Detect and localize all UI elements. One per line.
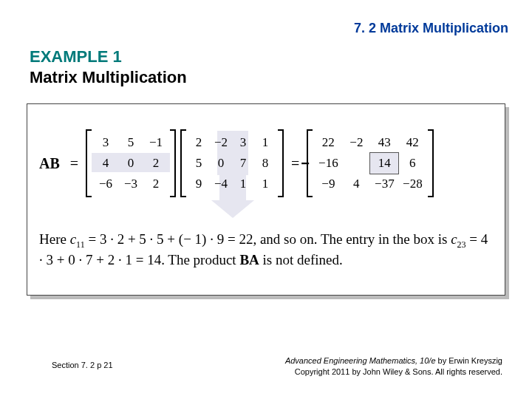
cell: 1: [254, 174, 276, 194]
equals-sign-2: =: [291, 155, 299, 172]
matrix-a: 3 5 −1 4 0 2 −6 −3 2: [86, 129, 176, 197]
sub: 11: [76, 239, 85, 250]
cell: 4: [93, 153, 118, 174]
cell: 5: [188, 153, 210, 174]
cell: 0: [118, 153, 143, 174]
ba-label: BA: [239, 252, 259, 267]
cell: 1: [232, 174, 254, 194]
cell: 3: [93, 132, 118, 153]
txt: Here: [39, 231, 70, 247]
cell: 9: [188, 174, 210, 194]
sub: 23: [457, 239, 466, 250]
content-box: AB = 3 5 −1 4 0 2 −6 −3 2: [27, 103, 505, 296]
cell: 0: [210, 153, 232, 174]
cell: 4: [342, 174, 370, 194]
matrix-b: 2 −2 3 1 5 0 7 8 9 −4 1 1: [180, 129, 284, 197]
cell: 3: [232, 132, 254, 153]
section-header: 7. 2 Matrix Multiplication: [354, 21, 508, 36]
footer-attribution: Advanced Engineering Mathematics, 10/e b…: [222, 355, 502, 377]
cell: 6: [398, 153, 426, 174]
txt: is not defined.: [259, 252, 343, 267]
cell: −9: [314, 174, 342, 194]
cell: −2: [342, 132, 370, 153]
cell: −37: [370, 174, 398, 194]
cell: [342, 153, 370, 174]
cell-val: −16: [318, 156, 338, 170]
copyright: Copyright 2011 by John Wiley & Sons. All…: [295, 367, 502, 376]
explanation-text: Here c11 = 3 · 2 + 5 · 5 + (− 1) · 9 = 2…: [39, 230, 493, 270]
neg-overlay: −: [301, 153, 310, 174]
cell: −3: [118, 174, 143, 194]
book-title: Advanced Engineering Mathematics, 10/e: [285, 356, 436, 365]
cell: 43: [370, 132, 398, 153]
cell: 2: [143, 153, 168, 174]
cell: −2: [210, 132, 232, 153]
matrix-equation: AB = 3 5 −1 4 0 2 −6 −3 2: [39, 129, 434, 197]
cell: −6: [93, 174, 118, 194]
cell: 42: [398, 132, 426, 153]
cell: 22: [314, 132, 342, 153]
txt: = 3 · 2 + 5 · 5 + (− 1) · 9 = 22, and so…: [85, 231, 451, 247]
footer-section-page: Section 7. 2 p 21: [52, 361, 113, 369]
cell: −28: [398, 174, 426, 194]
cell: 2: [188, 132, 210, 153]
cell: 1: [254, 132, 276, 153]
cell: 7: [232, 153, 254, 174]
cell: 5: [118, 132, 143, 153]
cell: −1: [143, 132, 168, 153]
var-c: c: [451, 231, 457, 247]
cell: 8: [254, 153, 276, 174]
example-label: EXAMPLE 1: [30, 47, 122, 66]
book-author: by Erwin Kreyszig: [436, 356, 502, 365]
var-c: c: [70, 231, 76, 247]
cell: 2: [143, 174, 168, 194]
example-title: Matrix Multiplication: [30, 68, 187, 87]
matrix-c: 22 −2 43 42 − −16 14 6 −9 4: [307, 129, 434, 197]
boxed-result-cell: 14: [370, 153, 398, 174]
equals-sign: =: [70, 155, 78, 172]
lhs-label: AB: [39, 155, 60, 172]
cell: − −16: [314, 153, 342, 174]
cell: −4: [210, 174, 232, 194]
